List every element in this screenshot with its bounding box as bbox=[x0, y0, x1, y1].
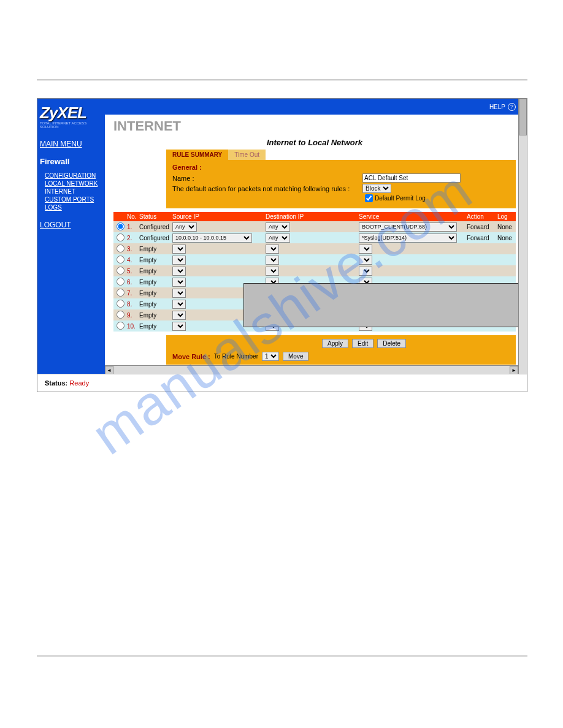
page-subtitle: Internet to Local Network bbox=[113, 138, 516, 147]
table-row: 1.ConfiguredAnyAnyBOOTP_CLIENT(UDP:68)Fo… bbox=[113, 221, 516, 232]
row-number: 5. bbox=[127, 268, 139, 275]
move-rule-bar: Move Rule : To Rule Number 1 Move bbox=[166, 352, 516, 365]
row-select-radio[interactable] bbox=[117, 233, 124, 241]
row-select-radio[interactable] bbox=[117, 245, 124, 252]
row-number: 10. bbox=[127, 323, 139, 330]
app-window: ZyXEL TOTAL INTERNET ACCESS SOLUTION MAI… bbox=[37, 98, 527, 392]
logout-link[interactable]: LOGOUT bbox=[40, 221, 102, 229]
row-select-radio[interactable] bbox=[117, 300, 124, 308]
content-pane: HELP ? INTERNET Internet to Local Networ… bbox=[105, 99, 527, 374]
source-ip-select[interactable]: Any bbox=[172, 222, 197, 232]
source-ip-select[interactable]: 10.0.0.10 - 10.0.0.15 bbox=[172, 233, 252, 243]
row-number: 9. bbox=[127, 312, 139, 319]
page-title: INTERNET bbox=[113, 118, 516, 134]
tab-rule-summary[interactable]: RULE SUMMARY bbox=[166, 150, 228, 160]
destination-ip-select[interactable] bbox=[266, 245, 279, 254]
row-status: Configured bbox=[139, 224, 172, 230]
source-ip-select[interactable] bbox=[172, 245, 186, 254]
row-status: Empty bbox=[139, 257, 172, 264]
row-number: 3. bbox=[127, 246, 139, 252]
vertical-scrollbar[interactable] bbox=[518, 99, 527, 374]
row-status: Configured bbox=[139, 235, 172, 241]
row-number: 2. bbox=[127, 235, 139, 241]
nav-configuration[interactable]: CONFIGURATION bbox=[45, 172, 102, 179]
help-link[interactable]: HELP ? bbox=[489, 103, 516, 111]
firewall-heading: Firewall bbox=[40, 157, 102, 166]
destination-ip-select[interactable]: Any bbox=[266, 233, 290, 243]
topbar: HELP ? bbox=[105, 99, 527, 115]
row-log: None bbox=[497, 224, 516, 230]
source-ip-select[interactable] bbox=[172, 278, 186, 287]
move-rule-select[interactable]: 1 bbox=[262, 352, 279, 361]
default-action-label: The default action for packets not match… bbox=[172, 185, 362, 192]
service-select[interactable]: *Syslog(UDP:514) bbox=[359, 233, 457, 243]
apply-button[interactable]: Apply bbox=[322, 339, 348, 348]
nav-logs[interactable]: LOGS bbox=[45, 204, 102, 211]
status-bar: Status: Ready bbox=[37, 374, 527, 392]
row-select-radio[interactable] bbox=[117, 278, 124, 286]
col-action: Action bbox=[467, 213, 497, 220]
nav-internet[interactable]: INTERNET bbox=[45, 188, 102, 195]
row-status: Empty bbox=[139, 312, 172, 319]
source-ip-select[interactable] bbox=[172, 322, 186, 331]
help-icon: ? bbox=[508, 103, 516, 111]
default-permit-log-checkbox[interactable] bbox=[365, 194, 373, 202]
source-ip-select[interactable] bbox=[172, 289, 186, 298]
service-select[interactable] bbox=[359, 267, 372, 276]
table-row: 2.Configured10.0.0.10 - 10.0.0.15Any*Sys… bbox=[113, 232, 516, 243]
name-input[interactable] bbox=[362, 173, 461, 183]
service-select[interactable] bbox=[359, 245, 372, 254]
service-select[interactable]: BOOTP_CLIENT(UDP:68) bbox=[359, 222, 457, 232]
general-heading: General : bbox=[172, 164, 510, 171]
page-bottom-rule bbox=[37, 656, 527, 656]
table-row: 3.Empty bbox=[113, 243, 516, 254]
main-menu-link[interactable]: MAIN MENU bbox=[40, 140, 102, 148]
service-select[interactable] bbox=[359, 256, 372, 265]
name-label: Name : bbox=[172, 175, 362, 182]
row-select-radio[interactable] bbox=[117, 222, 124, 230]
row-number: 6. bbox=[127, 279, 139, 286]
source-ip-select[interactable] bbox=[172, 267, 186, 276]
col-source-ip: Source IP bbox=[172, 213, 266, 220]
nav-custom-ports[interactable]: CUSTOM PORTS bbox=[45, 196, 102, 203]
destination-ip-select[interactable] bbox=[266, 256, 279, 265]
status-label: Status: bbox=[45, 379, 67, 387]
row-status: Empty bbox=[139, 290, 172, 297]
tabs: RULE SUMMARY Time Out bbox=[166, 150, 516, 160]
scroll-right-arrow-icon[interactable]: ► bbox=[510, 366, 518, 374]
source-ip-select[interactable] bbox=[172, 300, 186, 309]
vertical-scroll-thumb[interactable] bbox=[519, 99, 527, 135]
row-number: 7. bbox=[127, 290, 139, 297]
row-action: Forward bbox=[467, 224, 497, 230]
row-number: 4. bbox=[127, 257, 139, 264]
table-row: 5.Empty bbox=[113, 265, 516, 276]
row-select-radio[interactable] bbox=[117, 289, 124, 297]
row-select-radio[interactable] bbox=[117, 322, 124, 330]
source-ip-select[interactable] bbox=[172, 311, 186, 320]
delete-button[interactable]: Delete bbox=[377, 339, 406, 348]
destination-ip-select[interactable]: Any bbox=[266, 222, 290, 232]
logo-subtitle: TOTAL INTERNET ACCESS SOLUTION bbox=[40, 121, 102, 129]
default-action-select[interactable]: Block bbox=[362, 184, 391, 193]
move-rule-sub: To Rule Number bbox=[214, 353, 258, 360]
nav-local-network[interactable]: LOCAL NETWORK bbox=[45, 180, 102, 187]
row-status: Empty bbox=[139, 246, 172, 252]
destination-ip-select[interactable] bbox=[266, 267, 279, 276]
edit-button[interactable]: Edit bbox=[352, 339, 373, 348]
page-body: INTERNET Internet to Local Network RULE … bbox=[105, 115, 527, 365]
col-no: No. bbox=[127, 213, 139, 220]
table-row: 4.Empty bbox=[113, 254, 516, 265]
row-select-radio[interactable] bbox=[117, 267, 124, 275]
source-ip-select[interactable] bbox=[172, 256, 186, 265]
tab-time-out[interactable]: Time Out bbox=[228, 150, 266, 160]
sidebar: ZyXEL TOTAL INTERNET ACCESS SOLUTION MAI… bbox=[37, 99, 105, 374]
row-select-radio[interactable] bbox=[117, 311, 124, 319]
move-button[interactable]: Move bbox=[283, 352, 308, 361]
horizontal-scrollbar[interactable]: ◄ ► bbox=[105, 365, 518, 374]
col-status: Status bbox=[139, 213, 172, 220]
row-number: 8. bbox=[127, 301, 139, 308]
col-log: Log bbox=[497, 213, 516, 220]
row-select-radio[interactable] bbox=[117, 256, 124, 264]
scroll-left-arrow-icon[interactable]: ◄ bbox=[105, 366, 113, 374]
row-number: 1. bbox=[127, 224, 139, 230]
